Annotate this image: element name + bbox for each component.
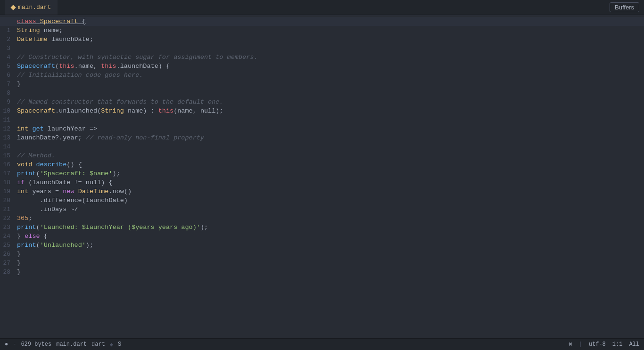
status-git: S (118, 341, 121, 348)
code-line: 4// Constructor, with syntactic sugar fo… (0, 53, 644, 62)
line-number: 21 (0, 205, 17, 214)
status-sep1: - (13, 341, 16, 348)
status-filename: main.dart (56, 341, 87, 348)
line-number: 12 (0, 124, 17, 133)
line-content: 365; (17, 214, 644, 223)
status-filesize: 629 bytes (21, 341, 51, 348)
tab-area: main.dart (5, 0, 58, 15)
status-sep3: | (579, 341, 582, 348)
code-line: 28} (0, 268, 644, 277)
line-content: } (17, 268, 644, 277)
line-number: 22 (0, 214, 17, 223)
line-content: .inDays ~/ (17, 205, 644, 214)
code-line: 1String name; (0, 26, 644, 35)
status-info-icon: ● (5, 341, 8, 348)
line-number: 2 (0, 35, 17, 44)
code-line: 7} (0, 80, 644, 89)
line-number: 14 (0, 142, 17, 151)
line-number: 11 (0, 115, 17, 124)
code-line: 26} (0, 250, 644, 259)
line-content: .difference(launchDate) (17, 196, 644, 205)
line-number: 18 (0, 178, 17, 187)
status-bar: ● - 629 bytes main.dart dart ◆ S ⌘ | utf… (0, 338, 644, 350)
code-line: 5Spacecraft(this.name, this.launchDate) … (0, 62, 644, 71)
line-content: DateTime launchDate; (17, 35, 644, 44)
line-number: 20 (0, 196, 17, 205)
code-line: 3 (0, 44, 644, 53)
line-content: class Spacecraft { (17, 17, 644, 26)
line-content: // Named constructor that forwards to th… (17, 98, 644, 106)
line-number: 6 (0, 71, 17, 80)
line-content: } else { (17, 232, 644, 241)
editor: class Spacecraft {1String name;2DateTime… (0, 15, 644, 338)
code-line: 10Spacecraft.unlaunched(String name) : t… (0, 106, 644, 115)
line-number: 28 (0, 268, 17, 277)
buffers-button[interactable]: Buffers (610, 2, 639, 12)
line-content: int get launchYear => (17, 124, 644, 133)
code-line: 20 .difference(launchDate) (0, 196, 644, 205)
code-line: 2DateTime launchDate; (0, 35, 644, 44)
code-line: 24} else { (0, 232, 644, 241)
line-number: 7 (0, 80, 17, 89)
code-line: 21 .inDays ~/ (0, 205, 644, 214)
line-content: int years = new DateTime.now() (17, 187, 644, 196)
line-content: // Constructor, with syntactic sugar for… (17, 53, 644, 62)
code-line: 11 (0, 115, 644, 124)
line-content: print('Unlaunched'); (17, 241, 644, 250)
line-content: if (launchDate != null) { (17, 178, 644, 187)
status-filetype: dart (91, 341, 105, 348)
status-indent: All (629, 341, 639, 348)
line-content: launchDate?.year; // read-only non-final… (17, 133, 644, 142)
code-line: 8 (0, 89, 644, 98)
code-line: 6// Initialization code goes here. (0, 71, 644, 80)
code-area: class Spacecraft {1String name;2DateTime… (0, 15, 644, 338)
code-line: 22365; (0, 214, 644, 223)
code-line: 27} (0, 259, 644, 268)
status-right: ⌘ | utf-8 1:1 All (569, 341, 639, 348)
line-number: 13 (0, 133, 17, 142)
line-number: 17 (0, 169, 17, 178)
line-content: } (17, 80, 644, 89)
status-encoding: utf-8 (589, 341, 606, 348)
code-line: 25print('Unlaunched'); (0, 241, 644, 250)
active-tab[interactable]: main.dart (5, 0, 58, 15)
tab-filename: main.dart (18, 4, 51, 11)
line-content: // Initialization code goes here. (17, 71, 644, 80)
line-content: } (17, 259, 644, 268)
line-number: 9 (0, 98, 17, 106)
line-number: 3 (0, 44, 17, 53)
code-line: 14 (0, 142, 644, 151)
line-number: 25 (0, 241, 17, 250)
code-line: 15// Method. (0, 151, 644, 160)
code-line: 23print('Launched: $launchYear ($years y… (0, 223, 644, 232)
line-content: // Method. (17, 151, 644, 160)
line-number: 5 (0, 62, 17, 71)
line-content: Spacecraft(this.name, this.launchDate) { (17, 62, 644, 71)
line-number: 19 (0, 187, 17, 196)
line-number: 27 (0, 259, 17, 268)
line-content: Spacecraft.unlaunched(String name) : thi… (17, 106, 644, 115)
line-number: 10 (0, 106, 17, 115)
line-number: 26 (0, 250, 17, 259)
line-content: print('Launched: $launchYear ($years yea… (17, 223, 644, 232)
line-content: void describe() { (17, 160, 644, 169)
line-number: 15 (0, 151, 17, 160)
title-bar: main.dart Buffers (0, 0, 644, 15)
code-line: 19int years = new DateTime.now() (0, 187, 644, 196)
line-number: 23 (0, 223, 17, 232)
code-line: 16void describe() { (0, 160, 644, 169)
line-number: 16 (0, 160, 17, 169)
line-number: 4 (0, 53, 17, 62)
code-line: 18if (launchDate != null) { (0, 178, 644, 187)
code-line: 9// Named constructor that forwards to t… (0, 98, 644, 106)
line-number: 8 (0, 89, 17, 98)
line-content: String name; (17, 26, 644, 35)
status-position: 1:1 (612, 341, 623, 348)
code-line: class Spacecraft { (0, 17, 644, 26)
tab-modified-icon (10, 5, 16, 10)
line-number: 1 (0, 26, 17, 35)
line-content: print('Spacecraft: $name'); (17, 169, 644, 178)
line-number: 24 (0, 232, 17, 241)
code-line: 13launchDate?.year; // read-only non-fin… (0, 133, 644, 142)
status-sep2: ◆ (110, 341, 113, 348)
